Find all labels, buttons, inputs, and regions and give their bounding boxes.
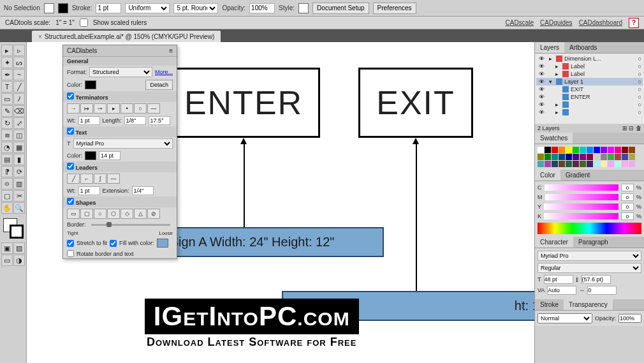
swatch-cell[interactable]	[559, 147, 565, 153]
exit-sign[interactable]: EXIT	[358, 68, 473, 138]
color-mode-icon[interactable]: ▣	[1, 242, 13, 254]
cadscale-link[interactable]: CADscale	[506, 19, 534, 26]
shaper-tool[interactable]: ✎	[1, 105, 13, 117]
swatch-cell[interactable]	[615, 161, 621, 167]
target-icon[interactable]: ○	[638, 86, 641, 93]
text-checkbox[interactable]	[67, 128, 74, 135]
term-style-7[interactable]: —	[147, 103, 160, 114]
shape-circle[interactable]: ○	[94, 209, 106, 219]
fill-checkbox[interactable]	[110, 240, 117, 247]
line-tool[interactable]: ╱	[13, 81, 25, 93]
layer-row[interactable]: 👁ENTER○	[536, 93, 643, 101]
color-slider-Y[interactable]	[544, 204, 618, 210]
general-color-swatch[interactable]	[85, 80, 96, 89]
swatch-cell[interactable]	[580, 161, 586, 167]
term-length-input[interactable]	[124, 116, 146, 125]
leader-style-1[interactable]: ╱	[67, 174, 80, 184]
zoom-tool[interactable]: 🔍	[13, 202, 25, 214]
swatch-cell[interactable]	[545, 147, 551, 153]
term-style-3[interactable]: ⊸	[94, 103, 106, 114]
curvature-tool[interactable]: ~	[13, 69, 25, 80]
swatch-cell[interactable]	[615, 147, 621, 153]
stroke-tab[interactable]: Stroke	[535, 299, 564, 310]
more-link[interactable]: More...	[155, 69, 173, 75]
swatch-cell[interactable]	[566, 154, 572, 160]
stroke-swatch[interactable]	[58, 3, 68, 13]
pen-tool[interactable]: ✒	[1, 69, 13, 80]
cadguides-link[interactable]: CADguides	[540, 19, 573, 26]
style-swatch[interactable]	[298, 3, 309, 13]
swatch-cell[interactable]	[545, 161, 551, 167]
format-select[interactable]: Structured	[89, 67, 152, 77]
swatch-cell[interactable]	[545, 154, 551, 160]
panel-menu-icon[interactable]: ≡	[169, 47, 173, 54]
layer-row[interactable]: 👁▸○	[536, 108, 643, 116]
graph-tool[interactable]: ▥	[13, 178, 25, 189]
stretch-checkbox[interactable]	[67, 240, 74, 247]
swatch-cell[interactable]	[608, 154, 614, 160]
fill-swatch[interactable]	[44, 3, 54, 13]
doc-setup-button[interactable]: Document Setup	[312, 3, 369, 14]
terminators-checkbox[interactable]	[67, 93, 74, 100]
draw-mode-icon[interactable]: ◑	[13, 255, 25, 266]
panel-titlebar[interactable]: CADlabels≡	[63, 45, 177, 57]
target-icon[interactable]: ○	[638, 56, 641, 62]
symbol-spray-tool[interactable]: ፨	[1, 178, 13, 189]
visibility-icon[interactable]: 👁	[538, 78, 545, 85]
swatch-cell[interactable]	[622, 154, 628, 160]
swatch-cell[interactable]	[566, 161, 572, 167]
target-icon[interactable]: ○	[638, 71, 641, 77]
rotate-checkbox[interactable]	[67, 250, 74, 257]
color-value-Y[interactable]	[621, 203, 634, 211]
swatch-cell[interactable]	[608, 147, 614, 153]
swatch-cell[interactable]	[573, 161, 579, 167]
shape-builder-tool[interactable]: ◔	[1, 142, 13, 153]
visibility-icon[interactable]: 👁	[538, 86, 545, 93]
opacity-input[interactable]	[249, 3, 275, 13]
hand-tool[interactable]: ✋	[1, 202, 13, 214]
term-style-5[interactable]: •	[121, 103, 133, 114]
swatch-cell[interactable]	[552, 147, 558, 153]
free-transform-tool[interactable]: ◫	[13, 130, 25, 141]
type-tool[interactable]: T	[1, 81, 13, 93]
term-style-1[interactable]: →	[67, 103, 80, 114]
layer-row[interactable]: 👁▾Layer 1○	[536, 78, 643, 85]
document-tab[interactable]: × StructuredLabelExample.ai* @ 150% (CMY…	[32, 31, 221, 42]
layers-tab[interactable]: Layers	[535, 42, 564, 53]
swatch-cell[interactable]	[601, 161, 607, 167]
eraser-tool[interactable]: ⌫	[13, 105, 25, 117]
leaders-checkbox[interactable]	[67, 163, 74, 170]
swatch-cell[interactable]	[615, 154, 621, 160]
visibility-icon[interactable]: 👁	[538, 56, 545, 62]
layers-actions[interactable]: ⊞ ⊟ 🗑	[622, 125, 641, 131]
color-spectrum[interactable]	[538, 223, 641, 234]
swatch-cell[interactable]	[594, 147, 600, 153]
stroke-weight-input[interactable]	[96, 3, 121, 13]
stroke-color-swatch[interactable]	[10, 225, 24, 239]
char-font-select[interactable]: Myriad Pro	[538, 251, 641, 261]
swatch-cell[interactable]	[552, 154, 558, 160]
artboards-tab[interactable]: Artboards	[564, 42, 602, 53]
show-scaled-rulers-checkbox[interactable]	[80, 19, 88, 27]
mesh-tool[interactable]: ▤	[1, 154, 13, 165]
term-style-2[interactable]: ↦	[80, 103, 93, 114]
swatch-cell[interactable]	[587, 161, 593, 167]
target-icon[interactable]: ○	[638, 101, 641, 108]
brush-select[interactable]: 5 pt. Round	[173, 3, 218, 13]
layer-row[interactable]: 👁▸○	[536, 101, 643, 108]
swatches-tab[interactable]: Swatches	[535, 133, 573, 144]
swatch-cell[interactable]	[629, 154, 635, 160]
term-weight-input[interactable]	[78, 116, 100, 125]
text-size-input[interactable]	[99, 151, 121, 160]
leader-ext-input[interactable]	[132, 186, 154, 195]
trans-opacity-input[interactable]	[618, 314, 641, 323]
width-tool[interactable]: ≋	[1, 130, 13, 141]
lasso-tool[interactable]: ᔕ	[13, 57, 25, 68]
scale-tool[interactable]: ⤢	[13, 117, 25, 129]
layer-row[interactable]: 👁▸Label○	[536, 63, 643, 70]
layer-row[interactable]: 👁EXIT○	[536, 85, 643, 93]
visibility-icon[interactable]: 👁	[538, 63, 545, 70]
swatch-cell[interactable]	[601, 154, 607, 160]
color-slider-K[interactable]	[544, 213, 618, 219]
color-slider-M[interactable]	[545, 194, 618, 200]
